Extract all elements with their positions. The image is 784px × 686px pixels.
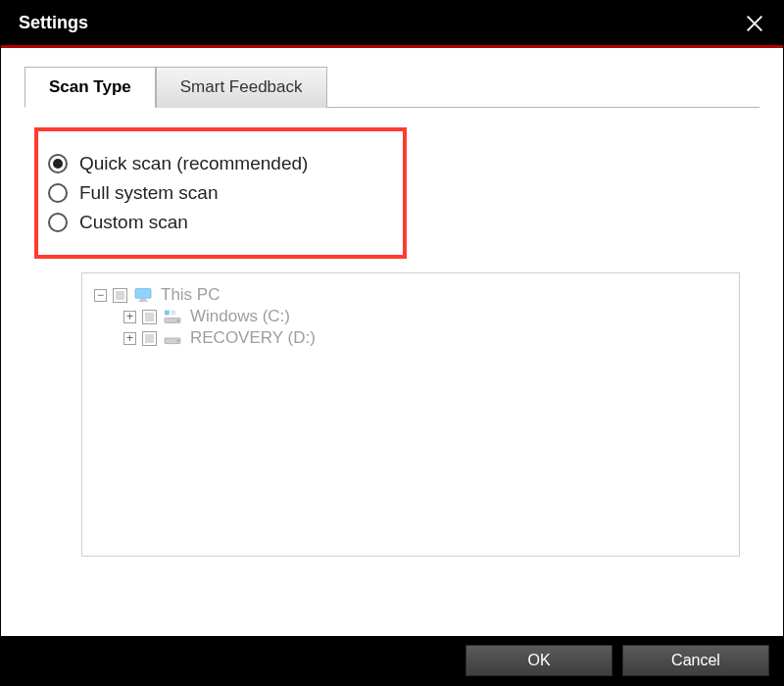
dialog-footer: OK Cancel [1, 636, 783, 685]
tree-node-drive-d[interactable]: + RECOVERY (D:) [123, 328, 727, 348]
radio-icon [48, 183, 68, 203]
cancel-button[interactable]: Cancel [622, 645, 769, 676]
tree-label: This PC [161, 285, 220, 305]
tab-label: Smart Feedback [180, 77, 303, 96]
svg-point-10 [177, 340, 179, 342]
svg-rect-3 [140, 299, 146, 301]
drive-icon [163, 309, 182, 324]
radio-full-system-scan[interactable]: Full system scan [48, 182, 393, 204]
custom-scan-tree: − This PC + [81, 272, 740, 557]
radio-quick-scan[interactable]: Quick scan (recommended) [48, 153, 393, 174]
plus-icon[interactable]: + [123, 332, 136, 345]
plus-icon[interactable]: + [123, 311, 136, 323]
close-icon[interactable] [744, 13, 765, 34]
radio-icon [48, 213, 68, 232]
svg-point-8 [177, 319, 179, 321]
minus-icon[interactable]: − [94, 289, 107, 302]
svg-rect-2 [135, 289, 151, 299]
dialog-content: Scan Type Smart Feedback Quick scan (rec… [1, 48, 783, 636]
tab-scan-type[interactable]: Scan Type [24, 67, 156, 108]
radio-label: Quick scan (recommended) [79, 153, 308, 174]
tree-node-drive-c[interactable]: + Windows (C:) [123, 307, 727, 326]
titlebar: Settings [1, 1, 783, 48]
scan-type-radio-group: Quick scan (recommended) Full system sca… [34, 127, 407, 259]
button-label: Cancel [671, 652, 720, 669]
tree-checkbox[interactable] [142, 310, 157, 324]
tree-node-this-pc[interactable]: − This PC [94, 285, 727, 305]
tab-panel-scan-type: Quick scan (recommended) Full system sca… [24, 108, 760, 636]
radio-label: Full system scan [79, 182, 218, 204]
ok-button[interactable]: OK [466, 645, 612, 676]
radio-label: Custom scan [79, 212, 188, 233]
svg-rect-5 [165, 311, 170, 316]
monitor-icon [133, 287, 153, 303]
settings-dialog: Settings Scan Type Smart Feedback Quick … [0, 0, 784, 686]
button-label: OK [527, 652, 550, 669]
dialog-title: Settings [19, 13, 88, 33]
drive-icon [163, 330, 182, 346]
tree-checkbox[interactable] [142, 331, 157, 346]
tree-label: Windows (C:) [190, 307, 290, 326]
svg-rect-4 [138, 301, 148, 302]
radio-custom-scan[interactable]: Custom scan [48, 212, 393, 233]
radio-icon [48, 154, 68, 173]
tree-label: RECOVERY (D:) [190, 328, 316, 348]
tab-label: Scan Type [49, 77, 131, 96]
svg-rect-6 [171, 311, 175, 316]
tab-bar: Scan Type Smart Feedback [24, 66, 760, 108]
tab-smart-feedback[interactable]: Smart Feedback [156, 67, 327, 108]
tree-checkbox[interactable] [113, 288, 127, 303]
